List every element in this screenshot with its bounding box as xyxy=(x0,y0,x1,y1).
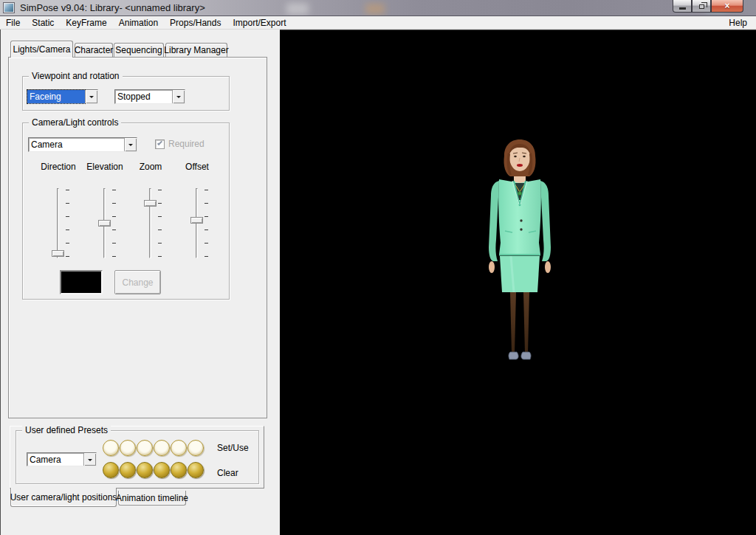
user-presets-group-title: User defined Presets xyxy=(22,425,111,435)
slider-tick xyxy=(66,243,69,244)
slider-thumb-zoom[interactable] xyxy=(144,200,157,207)
light-color-swatch[interactable] xyxy=(60,270,103,294)
slider-thumb-elevation[interactable] xyxy=(98,220,111,227)
slider-tick xyxy=(112,229,116,230)
preset-set-label: Set/Use xyxy=(217,443,249,453)
preset-set-button-5[interactable] xyxy=(171,440,187,456)
preset-clear-button-1[interactable] xyxy=(103,462,119,478)
app-window: SimPose v9.04: Library- <unnamed library… xyxy=(0,0,756,535)
preset-clear-button-6[interactable] xyxy=(188,462,204,478)
preset-clear-button-2[interactable] xyxy=(120,462,136,478)
slider-tick xyxy=(205,256,208,257)
slider-elevation[interactable] xyxy=(83,185,127,261)
menu-item-animation[interactable]: Animation xyxy=(113,17,164,29)
titlebar-glass-reflection xyxy=(365,4,385,14)
slider-label-offset: Offset xyxy=(175,162,219,172)
tab-lights-camera[interactable]: Lights/Camera xyxy=(10,41,73,58)
bottom-tab-animation-timeline[interactable]: Animation timeline xyxy=(118,491,186,505)
preset-clear-button-4[interactable] xyxy=(154,462,170,478)
menu-item-props-hands[interactable]: Props/Hands xyxy=(164,17,227,29)
slider-tick xyxy=(205,203,208,204)
preset-set-button-4[interactable] xyxy=(154,440,170,456)
app-icon xyxy=(4,3,14,13)
user-presets-group: User defined Presets Camera Set/Use Clea… xyxy=(16,430,259,484)
tab-library-manager[interactable]: Library Manager xyxy=(165,43,227,57)
slider-tick xyxy=(112,216,116,217)
minimize-button[interactable] xyxy=(673,0,692,13)
rotation-combobox-value: Stopped xyxy=(115,90,172,103)
menu-item-file[interactable]: File xyxy=(0,17,26,29)
restore-button[interactable] xyxy=(692,0,711,13)
slider-thumb-offset[interactable] xyxy=(190,217,203,224)
preset-target-combobox[interactable]: Camera xyxy=(27,452,97,466)
slider-tick xyxy=(112,256,116,257)
menu-item-help[interactable]: Help xyxy=(724,17,752,29)
slider-label-elevation: Elevation xyxy=(83,162,127,172)
preset-target-combobox-value: Camera xyxy=(27,453,83,466)
slider-tick xyxy=(205,190,208,190)
minimize-icon xyxy=(679,7,686,10)
slider-offset[interactable] xyxy=(175,185,219,261)
slider-direction[interactable] xyxy=(36,185,80,261)
preset-clear-label: Clear xyxy=(217,468,238,478)
slider-tick xyxy=(158,243,162,244)
slider-tick xyxy=(158,256,162,257)
control-panel: Lights/CameraCharacterSequencingLibrary … xyxy=(0,30,280,535)
render-viewport[interactable] xyxy=(280,30,756,535)
slider-column-offset: Offset xyxy=(175,123,219,268)
slider-tick xyxy=(205,229,208,230)
facing-combobox[interactable]: Faceing xyxy=(27,89,98,104)
preset-set-row xyxy=(103,440,204,456)
preset-set-button-3[interactable] xyxy=(137,440,153,456)
change-color-button[interactable]: Change xyxy=(114,270,161,294)
tab-character[interactable]: Character xyxy=(75,43,113,57)
slider-tick xyxy=(66,190,69,190)
slider-label-zoom: Zoom xyxy=(128,162,173,172)
slider-tick xyxy=(112,190,116,190)
presets-panel: User defined Presets Camera Set/Use Clea… xyxy=(10,426,264,489)
sim-character xyxy=(475,138,564,367)
slider-track xyxy=(57,188,59,258)
viewpoint-rotation-group: Viewpoint and rotation Faceing Stopped xyxy=(22,76,230,111)
facing-combobox-dropdown-button[interactable] xyxy=(85,90,97,103)
lights-camera-tab-page: Viewpoint and rotation Faceing Stopped C… xyxy=(8,57,267,418)
rotation-combobox[interactable]: Stopped xyxy=(114,89,185,104)
slider-tick xyxy=(112,203,116,204)
slider-label-direction: Direction xyxy=(36,162,80,172)
chevron-down-icon xyxy=(176,96,181,100)
facing-combobox-value: Faceing xyxy=(27,90,85,103)
slider-track xyxy=(149,188,151,258)
slider-tick xyxy=(66,256,69,257)
slider-zoom[interactable] xyxy=(128,185,173,261)
tab-sequencing[interactable]: Sequencing xyxy=(114,43,164,57)
rotation-combobox-dropdown-button[interactable] xyxy=(172,90,185,103)
preset-set-button-2[interactable] xyxy=(120,440,136,456)
slider-tick xyxy=(66,203,69,204)
slider-tick xyxy=(66,216,69,217)
preset-clear-button-3[interactable] xyxy=(137,462,153,478)
slider-thumb-direction[interactable] xyxy=(52,250,64,257)
slider-column-elevation: Elevation xyxy=(83,123,127,268)
preset-target-combobox-dropdown-button[interactable] xyxy=(83,453,96,466)
chevron-down-icon xyxy=(89,96,94,100)
camera-light-controls-group: Camera/Light controls Camera Required Di… xyxy=(22,122,230,300)
preset-set-button-6[interactable] xyxy=(188,440,204,456)
window-controls: × xyxy=(673,0,743,13)
menu-item-keyframe[interactable]: KeyFrame xyxy=(60,17,112,29)
window-title: SimPose v9.04: Library- <unnamed library… xyxy=(20,2,205,13)
chevron-down-icon xyxy=(88,459,92,463)
menubar-items: FileStaticKeyFrameAnimationProps/HandsIm… xyxy=(0,17,292,29)
viewpoint-rotation-group-title: Viewpoint and rotation xyxy=(29,71,123,81)
preset-clear-row xyxy=(103,462,204,478)
preset-set-button-1[interactable] xyxy=(103,440,119,456)
close-button[interactable]: × xyxy=(711,0,743,13)
menu-item-static[interactable]: Static xyxy=(26,17,60,29)
preset-clear-button-5[interactable] xyxy=(171,462,187,478)
slider-tick xyxy=(205,243,208,244)
slider-column-direction: Direction xyxy=(36,123,80,268)
slider-tick xyxy=(158,190,162,190)
titlebar-glass-reflection xyxy=(286,3,309,15)
slider-tick xyxy=(158,229,162,230)
menu-item-import-export[interactable]: Import/Export xyxy=(227,17,292,29)
bottom-tab-user-camera-light-positions[interactable]: User camera/light positions xyxy=(10,488,117,507)
